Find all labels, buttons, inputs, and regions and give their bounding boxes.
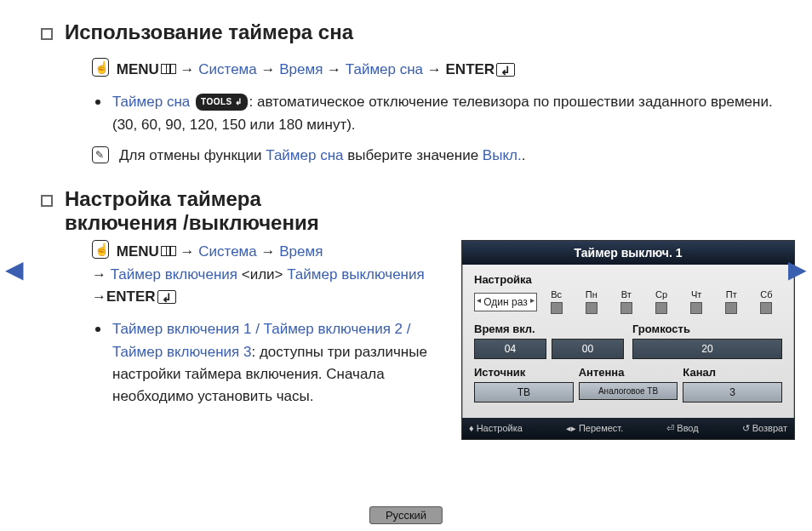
language-badge: Русский <box>369 506 443 524</box>
osd-hour-field[interactable]: 04 <box>474 339 546 359</box>
checkbox-icon <box>586 302 598 314</box>
section2-title-l2: включения /выключения <box>65 211 319 234</box>
breadcrumb-nav-2: MENU → Система → Время → Таймер включени… <box>92 240 444 308</box>
note-link: Таймер сна <box>266 147 343 163</box>
day-label: Ср <box>655 289 667 300</box>
note-mid: выберите значение <box>344 147 483 163</box>
footer-return: ↺ Возврат <box>742 423 787 434</box>
footer-enter: ⏎ Ввод <box>666 423 698 434</box>
nav-system: Система <box>198 61 256 77</box>
page-next-button[interactable]: ▶ <box>788 255 807 283</box>
footer-setup: ♦ Настройка <box>469 423 523 434</box>
footer-move: ◂▸ Перемест. <box>566 423 623 434</box>
nav-off-timer: Таймер выключения <box>287 266 424 283</box>
remote-hand-icon <box>92 58 109 77</box>
nav-time: Время <box>279 243 323 260</box>
osd-day-thu[interactable]: Чт <box>681 289 712 314</box>
osd-minute-field[interactable]: 00 <box>552 339 624 359</box>
osd-dialog: Таймер выключ. 1 Настройка Один раз Вс П… <box>461 240 795 440</box>
osd-time-label: Время вкл. <box>474 323 624 335</box>
section1-title: Использование таймера сна <box>41 20 795 44</box>
day-label: Вт <box>621 289 632 300</box>
square-bullet-icon <box>41 28 53 40</box>
day-label: Вс <box>551 289 562 300</box>
nav-system: Система <box>198 243 256 260</box>
day-label: Пн <box>586 289 598 300</box>
remote-hand-icon <box>92 240 109 259</box>
tools-badge-icon: TOOLS <box>196 94 248 111</box>
footer-move-text: Перемест. <box>579 423 623 433</box>
osd-channel-field[interactable]: 3 <box>683 382 782 403</box>
checkbox-icon <box>551 302 563 314</box>
nav-or: <или> <box>242 266 283 283</box>
osd-day-fri[interactable]: Пт <box>716 289 747 314</box>
osd-channel-label: Канал <box>683 366 782 379</box>
osd-source-field[interactable]: ТВ <box>474 382 574 403</box>
sep: / <box>251 321 263 337</box>
menu-icon <box>161 64 176 74</box>
checkbox-icon <box>760 302 772 314</box>
timer1-link: Таймер включения 1 <box>112 321 251 337</box>
sep: / <box>403 321 410 337</box>
osd-volume-label: Громкость <box>632 323 782 335</box>
breadcrumb-nav-1: MENU → Система → Время → Таймер сна → EN… <box>92 58 795 81</box>
menu-label: MENU <box>117 61 159 77</box>
osd-day-sun[interactable]: Вс <box>540 289 572 314</box>
timer3-link: Таймер включения 3 <box>112 344 251 360</box>
section2-title-l1: Настройка таймера <box>65 187 261 210</box>
note-pre: Для отмены функции <box>119 147 266 163</box>
enter-icon <box>496 63 515 77</box>
day-label: Чт <box>691 289 701 300</box>
osd-source-label: Источник <box>474 366 574 379</box>
menu-icon <box>161 246 176 256</box>
note-off-link: Выкл. <box>483 147 522 163</box>
osd-title: Таймер выключ. 1 <box>462 241 794 265</box>
footer-enter-text: Ввод <box>677 423 698 433</box>
osd-day-mon[interactable]: Пн <box>575 289 607 314</box>
section2-title: Настройка таймера включения /выключения <box>41 187 795 235</box>
checkbox-icon <box>690 302 702 314</box>
note-end: . <box>522 147 526 163</box>
note-icon <box>92 146 109 163</box>
checkbox-icon <box>655 302 667 314</box>
osd-setup-value[interactable]: Один раз <box>474 293 537 311</box>
note-row: Для отмены функции Таймер сна выберите з… <box>92 145 795 167</box>
page-prev-button[interactable]: ◀ <box>5 255 24 283</box>
osd-antenna-field[interactable]: Аналоговое ТВ <box>579 382 678 400</box>
osd-footer: ♦ Настройка ◂▸ Перемест. ⏎ Ввод ↺ Возвра… <box>462 418 794 439</box>
nav-sleep-timer: Таймер сна <box>346 61 423 77</box>
square-bullet-icon <box>41 195 53 207</box>
menu-label: MENU <box>117 243 159 260</box>
osd-day-wed[interactable]: Ср <box>645 289 677 314</box>
osd-day-tue[interactable]: Вт <box>610 289 642 314</box>
sleep-timer-link: Таймер сна <box>112 94 190 110</box>
sleep-timer-description: Таймер сна TOOLS: автоматическое отключе… <box>92 91 795 136</box>
checkbox-icon <box>620 302 632 314</box>
timer2-link: Таймер включения 2 <box>264 321 403 337</box>
footer-setup-text: Настройка <box>477 423 523 433</box>
osd-day-sat[interactable]: Сб <box>751 289 782 314</box>
day-label: Пт <box>726 289 737 300</box>
osd-antenna-label: Антенна <box>579 366 678 379</box>
on-timer-description: Таймер включения 1 / Таймер включения 2 … <box>92 318 444 408</box>
enter-label: ENTER <box>106 288 156 305</box>
section1-title-text: Использование таймера сна <box>65 20 353 43</box>
enter-icon <box>157 290 176 304</box>
osd-volume-field[interactable]: 20 <box>632 339 782 359</box>
day-label: Сб <box>760 289 772 300</box>
nav-time: Время <box>279 61 323 77</box>
checkbox-icon <box>725 302 737 314</box>
footer-return-text: Возврат <box>752 423 787 433</box>
osd-setup-label: Настройка <box>474 273 782 286</box>
enter-label: ENTER <box>446 61 495 77</box>
nav-on-timer: Таймер включения <box>111 266 237 283</box>
